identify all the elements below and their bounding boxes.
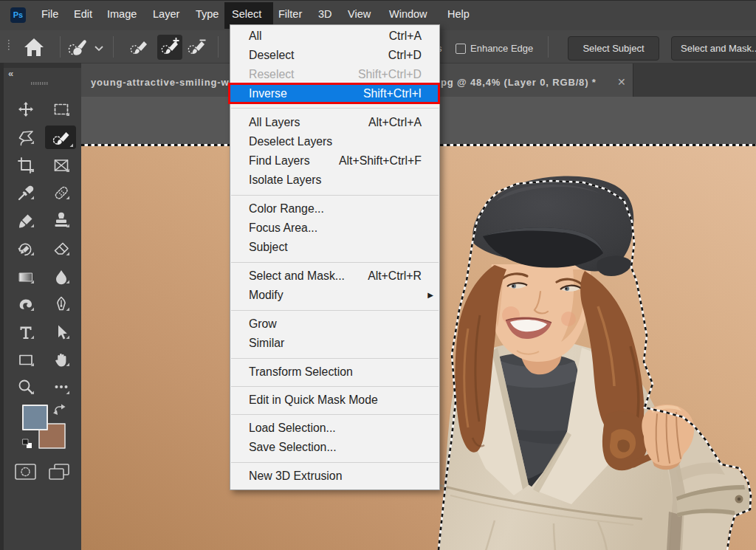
svg-text:«: « bbox=[8, 68, 13, 79]
